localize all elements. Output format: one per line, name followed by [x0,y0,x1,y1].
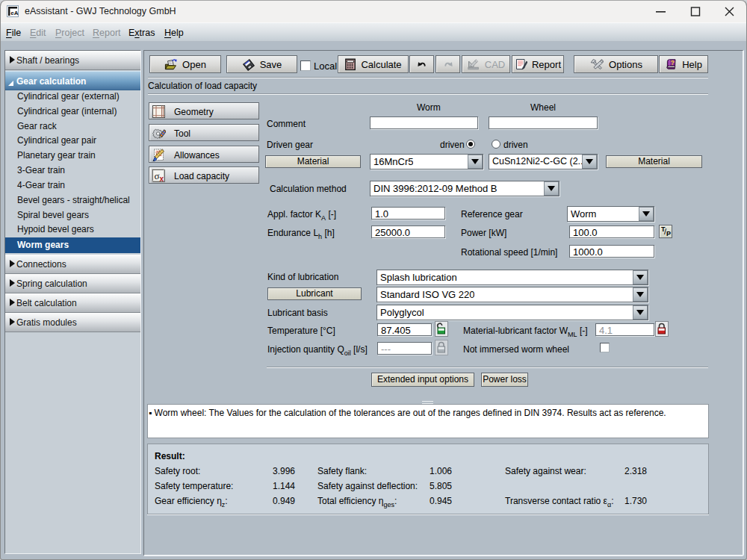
svg-text:x: x [160,175,164,183]
svg-text:σ: σ [154,170,159,181]
svg-text:?: ? [671,59,675,66]
svg-text:eA: eA [10,10,18,16]
